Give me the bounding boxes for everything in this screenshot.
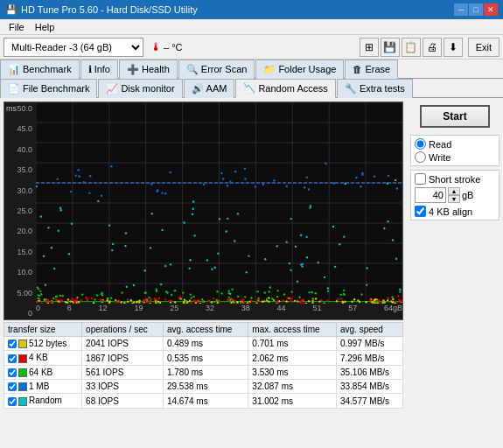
- table-body: 512 bytes2041 IOPS0.489 ms0.701 ms0.997 …: [4, 337, 403, 409]
- tab-folderusage[interactable]: 📁 Folder Usage: [255, 60, 344, 79]
- tab-filebenchmark[interactable]: 📄 File Benchmark: [0, 79, 97, 98]
- col-transfer: transfer size: [4, 323, 82, 337]
- row-checkbox-4[interactable]: [8, 397, 17, 406]
- cell-1-0: 1867 IOPS: [82, 351, 164, 365]
- start-button[interactable]: Start: [420, 105, 490, 128]
- cell-2-0: 561 IOPS: [82, 365, 164, 379]
- shortstroke-checkbox[interactable]: [415, 173, 426, 185]
- main-content: ms 50.0 45.0 40.0 35.0 30.0 25.0 20.0 15…: [0, 98, 503, 412]
- tabs-row-2: 📄 File Benchmark 📈 Disk monitor 🔊 AAM 📉 …: [0, 79, 503, 98]
- cell-3-3: 33.854 MB/s: [336, 380, 402, 394]
- color-swatch-1: [18, 354, 27, 363]
- toolbar-btn-4[interactable]: 🖨: [423, 38, 442, 57]
- drive-select[interactable]: Multi-Reader -3 (64 gB): [3, 38, 143, 57]
- cell-3-0: 33 IOPS: [82, 380, 164, 394]
- extratests-icon: 🔧: [345, 83, 357, 94]
- cell-2-1: 1.780 ms: [163, 365, 248, 379]
- maximize-button[interactable]: □: [469, 4, 483, 16]
- y-label-5: 25.0: [6, 206, 34, 215]
- shortstroke-row: Short stroke: [415, 173, 495, 185]
- write-radio-row: Write: [415, 151, 495, 163]
- cell-4-0: 68 IOPS: [82, 394, 164, 408]
- toolbar-btn-1[interactable]: ⊞: [360, 38, 379, 57]
- cell-1-3: 7.296 MB/s: [336, 351, 402, 365]
- y-label-1: 45.0: [6, 124, 34, 133]
- col-avg: avg. access time: [163, 323, 248, 337]
- tab-aam[interactable]: 🔊 AAM: [184, 79, 235, 98]
- cell-3-2: 32.087 ms: [248, 380, 337, 394]
- y-label-9: 5.00: [6, 289, 34, 298]
- cell-2-2: 3.530 ms: [248, 365, 337, 379]
- cell-1-1: 0.535 ms: [163, 351, 248, 365]
- read-label: Read: [429, 139, 451, 150]
- gb-input[interactable]: [415, 187, 446, 203]
- y-label-10: 0: [6, 309, 34, 318]
- shortstroke-label: Short stroke: [429, 174, 480, 185]
- tab-benchmark[interactable]: 📊 Benchmark: [0, 60, 80, 79]
- cell-1-2: 2.062 ms: [248, 351, 337, 365]
- table-row: 4 KB1867 IOPS0.535 ms2.062 ms7.296 MB/s: [4, 351, 403, 365]
- read-radio[interactable]: [415, 138, 426, 150]
- app-title: HD Tune Pro 5.60 - Hard Disk/SSD Utility: [21, 4, 198, 15]
- title-bar: 💾 HD Tune Pro 5.60 - Hard Disk/SSD Utili…: [0, 0, 503, 19]
- options-section: Short stroke ▲ ▼ gB 4 KB align: [410, 170, 500, 220]
- tab-errorscan[interactable]: 🔍 Error Scan: [178, 60, 255, 79]
- errorscan-icon: 🔍: [186, 64, 199, 75]
- toolbar-btn-3[interactable]: 📋: [402, 38, 421, 57]
- row-checkbox-0[interactable]: [8, 340, 17, 348]
- color-swatch-2: [18, 368, 27, 377]
- x-label-2: 12: [99, 304, 108, 312]
- app-icon: 💾: [5, 4, 17, 16]
- x-label-7: 44: [277, 304, 286, 312]
- y-label-4: 30.0: [6, 186, 34, 195]
- tab-info[interactable]: ℹ Info: [80, 60, 118, 79]
- cell-label-3: 1 MB: [4, 380, 82, 394]
- temp-icon: 🌡: [150, 40, 162, 53]
- toolbar: Multi-Reader -3 (64 gB) 🌡 – °C ⊞ 💾 📋 🖨 ⬇…: [0, 35, 503, 60]
- exit-button[interactable]: Exit: [468, 38, 500, 57]
- x-label-0: 0: [36, 304, 40, 312]
- col-max: max. access time: [248, 323, 337, 337]
- cell-0-0: 2041 IOPS: [82, 337, 164, 351]
- spin-up[interactable]: ▲: [448, 187, 460, 195]
- tab-randomaccess[interactable]: 📉 Random Access: [235, 79, 335, 98]
- cell-4-2: 31.002 ms: [248, 394, 337, 408]
- col-ops: operations / sec: [82, 323, 164, 337]
- chart-inner: [36, 102, 402, 304]
- tab-diskmonitor[interactable]: 📈 Disk monitor: [98, 79, 182, 98]
- write-radio[interactable]: [415, 151, 426, 163]
- tab-health[interactable]: ➕ Health: [119, 60, 178, 79]
- row-checkbox-2[interactable]: [8, 368, 17, 377]
- spin-down[interactable]: ▼: [448, 195, 460, 203]
- row-checkbox-1[interactable]: [8, 354, 17, 363]
- row-checkbox-3[interactable]: [8, 382, 17, 391]
- filebenchmark-icon: 📄: [8, 83, 20, 94]
- cell-0-3: 0.997 MB/s: [336, 337, 402, 351]
- tab-extratests[interactable]: 🔧 Extra tests: [337, 79, 413, 98]
- gb-label: gB: [462, 190, 473, 200]
- cell-0-2: 0.701 ms: [248, 337, 337, 351]
- cell-4-1: 14.674 ms: [163, 394, 248, 408]
- cell-label-2: 64 KB: [4, 365, 82, 379]
- y-label-3: 35.0: [6, 165, 34, 174]
- tab-erase[interactable]: 🗑 Erase: [345, 60, 398, 79]
- menu-file[interactable]: File: [3, 19, 30, 35]
- spin-buttons: ▲ ▼: [448, 187, 460, 203]
- title-bar-controls: ─ □ ✕: [454, 4, 498, 16]
- temp-display: 🌡 – °C: [150, 40, 183, 53]
- color-swatch-0: [18, 340, 27, 348]
- folderusage-icon: 📁: [263, 64, 276, 75]
- minimize-button[interactable]: ─: [454, 4, 468, 16]
- tabs-row-1: 📊 Benchmark ℹ Info ➕ Health 🔍 Error Scan…: [0, 60, 503, 79]
- close-button[interactable]: ✕: [484, 4, 498, 16]
- y-label-7: 15.0: [6, 248, 34, 256]
- toolbar-btn-5[interactable]: ⬇: [444, 38, 463, 57]
- toolbar-btn-2[interactable]: 💾: [381, 38, 400, 57]
- col-speed: avg. speed: [336, 323, 402, 337]
- cell-label-1: 4 KB: [4, 351, 82, 365]
- align-checkbox[interactable]: [415, 206, 426, 217]
- read-radio-row: Read: [415, 138, 495, 150]
- erase-icon: 🗑: [353, 64, 362, 74]
- color-swatch-3: [18, 382, 27, 391]
- menu-help[interactable]: Help: [30, 19, 60, 35]
